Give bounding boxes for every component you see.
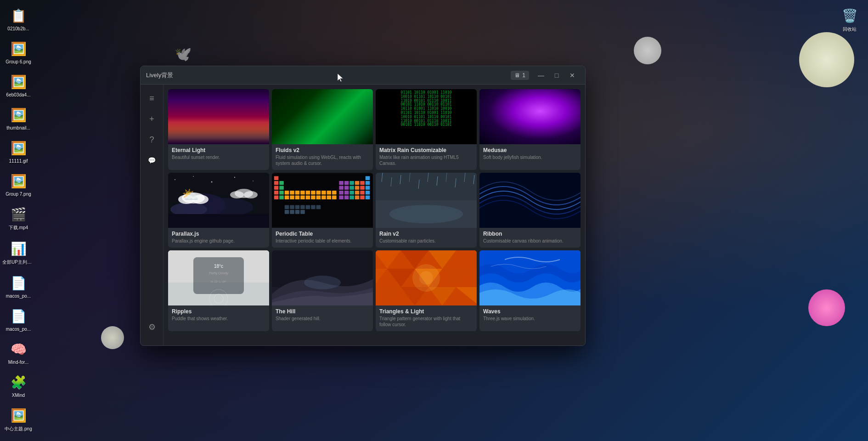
wallpaper-grid: Eternal Light Beautiful sunset render. F… xyxy=(168,89,581,331)
excel-label: 全部UP主列表.xlsx xyxy=(2,259,34,266)
download-icon: 🎬 xyxy=(9,205,28,223)
desktop-icons-right: 🗑️ 回收站 xyxy=(831,0,868,441)
nav-bottom: ⚙ xyxy=(143,318,161,341)
desktop-icon-macos1[interactable]: 📄 macos_po... xyxy=(2,272,34,300)
macos2-label: macos_po... xyxy=(6,327,31,332)
left-nav: ≡ + ? 💬 ⚙ xyxy=(141,85,163,345)
wallpaper-card-medusae[interactable]: Medusae Soft body jellyfish simulation. xyxy=(479,89,581,170)
macos1-icon: 📄 xyxy=(9,274,28,292)
wallpaper-card-periodic[interactable]: Periodic Table Interactive periodic tabl… xyxy=(272,173,373,248)
xmind-label: XMind xyxy=(12,393,25,398)
excel-icon: 📊 xyxy=(9,239,28,258)
desktop-icon-group6[interactable]: 🖼️ Group 6.png xyxy=(2,38,34,66)
wallpaper-card-rain[interactable]: Rain v2 Customisable rain particles. xyxy=(376,173,477,248)
wallpaper-card-matrix[interactable]: 01101 10110 01001 11010 10010 01101 1011… xyxy=(376,89,477,170)
desktop-icon-excel[interactable]: 📊 全部UP主列表.xlsx xyxy=(2,237,34,267)
desktop-icon-theme[interactable]: 🖼️ 中心主题.png xyxy=(2,404,34,434)
group6-icon: 🖼️ xyxy=(9,40,28,58)
desktop-icon-recycle[interactable]: 🗑️ 回收站 xyxy=(839,5,861,34)
deco-bird: 🕊️ xyxy=(175,46,192,62)
title-bar: Lively背景 🖥 1 — □ ✕ xyxy=(141,66,585,85)
deco-ball-small xyxy=(101,326,124,349)
paste2-icon: 📋 xyxy=(9,6,28,25)
download-label: 下载.mp4 xyxy=(9,225,28,231)
app-window: Lively背景 🖥 1 — □ ✕ ≡ + ? 💬 ⚙ xyxy=(140,66,586,346)
desktop-icon-xmind[interactable]: 🧩 XMind xyxy=(2,371,34,400)
thumbnail-icon: 🖼️ xyxy=(9,106,28,124)
desktop-icons-left: 📋 0210b2b... 🖼️ Group 6.png 🖼️ 6eb03da4.… xyxy=(0,0,37,441)
maximize-button[interactable]: □ xyxy=(549,69,564,82)
close-button[interactable]: ✕ xyxy=(565,69,580,82)
group6-label: Group 6.png xyxy=(6,59,31,64)
window-body: ≡ + ? 💬 ⚙ Eternal Light Beauti xyxy=(141,85,585,345)
nav-message[interactable]: 💬 xyxy=(143,151,161,170)
monitor-badge: 🖥 1 xyxy=(511,71,529,80)
wallpaper-card-ribbon[interactable]: Ribbon Customisable canvas ribbon animat… xyxy=(479,173,581,248)
desktop-icon-group7[interactable]: 🖼️ Group 7.png xyxy=(2,170,34,198)
paste2-label: 0210b2b... xyxy=(7,26,29,31)
gif-icon: 🖼️ xyxy=(9,139,28,157)
wallpaper-card-triangles[interactable]: Triangles & Light Triangle pattern gener… xyxy=(376,250,477,331)
nav-settings[interactable]: ⚙ xyxy=(143,318,161,336)
minimize-button[interactable]: — xyxy=(534,69,548,82)
monitor-number: 1 xyxy=(522,72,525,79)
desktop-icon-paste2[interactable]: 📋 0210b2b... xyxy=(2,5,34,33)
recycle-label: 回收站 xyxy=(843,26,857,33)
thumbnail-label: thumbnail... xyxy=(6,125,30,130)
recycle-icon: 🗑️ xyxy=(840,6,859,25)
window-title: Lively背景 xyxy=(146,71,506,79)
window-controls: — □ ✕ xyxy=(534,69,580,82)
wallpaper-grid-area[interactable]: Eternal Light Beautiful sunset render. F… xyxy=(163,85,585,345)
desktop-icon-download[interactable]: 🎬 下载.mp4 xyxy=(2,203,34,233)
wallpaper-card-parallax[interactable]: Parallax.js Parallax.js engine github pa… xyxy=(168,173,269,248)
mindfor-icon: 🧠 xyxy=(9,340,28,358)
group7-icon: 🖼️ xyxy=(9,172,28,190)
wallpaper-card-ripples[interactable]: 18°c Partly Cloudy H: 22° L: 14° Ripples… xyxy=(168,250,269,331)
wallpaper-card-fluids[interactable]: Fluids v2 Fluid simulation using WebGL, … xyxy=(272,89,373,170)
theme-icon: 🖼️ xyxy=(9,406,28,424)
desktop-icon-mindfor[interactable]: 🧠 Mind-for... xyxy=(2,338,34,367)
desktop-icon-6eb03da[interactable]: 🖼️ 6eb03da4... xyxy=(2,71,34,99)
nav-add[interactable]: + xyxy=(143,110,161,128)
theme-label: 中心主题.png xyxy=(5,426,32,432)
wallpaper-card-eternal-light[interactable]: Eternal Light Beautiful sunset render. xyxy=(168,89,269,170)
nav-library[interactable]: ≡ xyxy=(143,89,161,107)
desktop-icon-gif[interactable]: 🖼️ 11111.gif xyxy=(2,137,34,165)
macos2-icon: 📄 xyxy=(9,307,28,325)
gif-label: 11111.gif xyxy=(9,158,28,164)
wallpaper-card-thehill[interactable]: The Hill Shader generated hill. xyxy=(272,250,373,331)
desktop-icon-mind20[interactable]: 🗜️ Mind_20 补丁.7z xyxy=(2,439,34,441)
desktop: 🕊️ 📋 0210b2b... 🖼️ Group 6.png 🖼️ 6eb03d… xyxy=(0,0,868,441)
6eb03da-label: 6eb03da4... xyxy=(6,92,31,97)
xmind-icon: 🧩 xyxy=(9,373,28,391)
group7-label: Group 7.png xyxy=(6,192,31,197)
monitor-icon: 🖥 xyxy=(514,72,520,79)
deco-moon xyxy=(634,37,661,64)
mindfor-label: Mind-for... xyxy=(8,360,28,365)
nav-help[interactable]: ? xyxy=(143,130,161,149)
6eb03da-icon: 🖼️ xyxy=(9,73,28,91)
desktop-icon-macos2[interactable]: 📄 macos_po... xyxy=(2,305,34,334)
wallpaper-card-waves[interactable]: Waves Three.js wave simulation. xyxy=(479,250,581,331)
desktop-icon-thumbnail[interactable]: 🖼️ thumbnail... xyxy=(2,104,34,132)
macos1-label: macos_po... xyxy=(6,294,31,299)
